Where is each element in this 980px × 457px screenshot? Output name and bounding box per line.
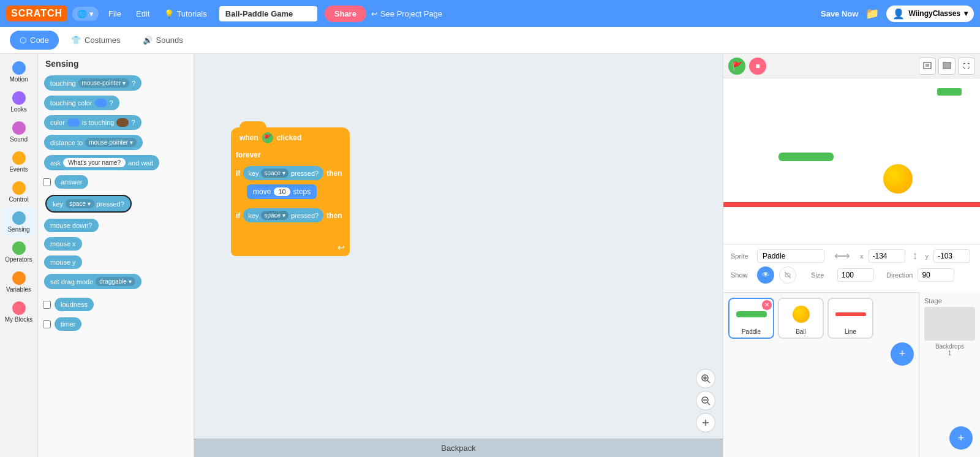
blocks-panel: Sensing touching mouse-pointer ▾ ? touch…: [38, 54, 194, 457]
svg-rect-12: [944, 63, 950, 68]
subnav: ⬡ Code 👕 Costumes 🔊 Sounds: [0, 27, 980, 54]
block-touching[interactable]: touching mouse-pointer ▾ ?: [43, 74, 189, 93]
show-button[interactable]: 👁: [757, 266, 774, 284]
mouse-y-block[interactable]: mouse y: [44, 255, 82, 269]
sidebar-item-sensing[interactable]: Sensing: [2, 208, 36, 236]
backpack-bar[interactable]: Backpack: [194, 439, 723, 457]
folder-icon[interactable]: 📁: [865, 7, 879, 20]
move-steps-value[interactable]: 10: [274, 187, 290, 196]
svg-line-1: [707, 380, 710, 383]
tab-code[interactable]: ⬡ Code: [10, 31, 59, 50]
edit-menu[interactable]: Edit: [131, 7, 154, 21]
move-block[interactable]: move 10 steps: [247, 184, 317, 199]
when-clicked-block[interactable]: when 🚩 clicked forever if key: [231, 127, 350, 256]
key-pressed-block[interactable]: key space ▾ pressed?: [45, 195, 132, 213]
zoom-in-button[interactable]: [696, 369, 715, 388]
large-stage-button[interactable]: [938, 58, 956, 75]
loudness-block[interactable]: loudness: [55, 298, 94, 311]
stage-canvas[interactable]: [723, 78, 980, 244]
forever-end: ↩: [231, 240, 350, 256]
block-touching-color[interactable]: touching color ?: [43, 94, 189, 112]
if-condition-1[interactable]: key space ▾ pressed?: [243, 166, 323, 180]
project-title-input[interactable]: [219, 6, 317, 21]
save-now-button[interactable]: Save Now: [821, 9, 858, 18]
mouse-x-block[interactable]: mouse x: [44, 237, 82, 251]
add-backdrop-button[interactable]: +: [949, 426, 973, 450]
distance-dropdown[interactable]: mouse-pointer ▾: [85, 138, 137, 147]
loudness-checkbox[interactable]: [43, 301, 51, 309]
green-flag-button[interactable]: 🚩: [728, 58, 745, 75]
touching-color-block[interactable]: touching color ?: [44, 96, 119, 110]
mouse-down-block[interactable]: mouse down?: [44, 219, 99, 232]
line-thumb-img: [835, 301, 866, 327]
globe-button[interactable]: 🌐 ▾: [72, 7, 99, 21]
y-coord-box[interactable]: -103: [933, 249, 970, 263]
operators-dot: [12, 241, 26, 255]
if-header-1: if key space ▾ pressed? then: [236, 164, 345, 182]
sidebar-item-variables[interactable]: Variables: [2, 268, 36, 296]
size-box[interactable]: 100: [837, 268, 874, 282]
svg-line-5: [707, 402, 710, 405]
tab-costumes[interactable]: 👕 Costumes: [61, 31, 130, 50]
small-stage-icon: [923, 62, 932, 70]
sidebar-item-looks[interactable]: Looks: [2, 88, 36, 116]
block-color-touching[interactable]: color is touching ?: [43, 113, 189, 132]
block-ask[interactable]: ask What's your name? and wait: [43, 153, 189, 172]
sprite-label: Sprite: [731, 252, 752, 260]
categories-sidebar: Motion Looks Sound Events Control Sensin…: [0, 54, 38, 457]
zoom-reset-button[interactable]: [696, 413, 715, 432]
touching-dropdown[interactable]: mouse-pointer ▾: [78, 78, 130, 88]
sidebar-item-control[interactable]: Control: [2, 178, 36, 206]
block-drag-mode[interactable]: set drag mode draggable ▾: [43, 272, 189, 291]
stage-thumbnail[interactable]: [924, 307, 975, 341]
timer-block[interactable]: timer: [55, 317, 81, 331]
sidebar-item-operators[interactable]: Operators: [2, 238, 36, 266]
sprite-thumb-ball[interactable]: Ball: [778, 298, 824, 339]
answer-checkbox[interactable]: [43, 178, 51, 186]
tab-sounds[interactable]: 🔊 Sounds: [133, 31, 193, 50]
sprite-name-input[interactable]: [757, 249, 824, 263]
block-mouse-x[interactable]: mouse x: [43, 235, 189, 252]
tutorials-button[interactable]: 💡 Tutorials: [159, 7, 211, 21]
if-condition-2[interactable]: key space ▾ pressed?: [243, 208, 323, 222]
stop-button[interactable]: ■: [749, 58, 766, 75]
sidebar-item-sound[interactable]: Sound: [2, 118, 36, 146]
fullscreen-button[interactable]: ⛶: [958, 58, 975, 75]
direction-box[interactable]: 90: [918, 268, 954, 282]
answer-block[interactable]: answer: [55, 175, 88, 189]
see-project-button[interactable]: ↩ See Project Page: [371, 9, 442, 18]
zoom-out-button[interactable]: [696, 391, 715, 410]
small-stage-button[interactable]: [919, 58, 936, 75]
sprite-props: Sprite ⟷ x -134 ↕ y -103 Show 👁: [723, 244, 980, 292]
drag-mode-dropdown[interactable]: draggable ▾: [96, 277, 135, 286]
color-touching-block[interactable]: color is touching ?: [44, 115, 141, 130]
size-value: 100: [842, 271, 854, 279]
timer-checkbox[interactable]: [43, 320, 51, 328]
key-dropdown-2[interactable]: space ▾: [261, 211, 288, 220]
scratch-logo[interactable]: SCRATCH: [6, 6, 67, 21]
paddle-delete-button[interactable]: ✕: [762, 300, 772, 310]
sprite-thumb-paddle[interactable]: ✕ Paddle: [728, 298, 774, 339]
key-dropdown[interactable]: space ▾: [66, 199, 94, 208]
sidebar-item-events[interactable]: Events: [2, 148, 36, 176]
code-canvas[interactable]: when 🚩 clicked forever if key: [194, 54, 723, 439]
add-sprite-button[interactable]: +: [891, 342, 914, 366]
block-mouse-down[interactable]: mouse down?: [43, 217, 189, 234]
file-menu[interactable]: File: [104, 7, 126, 21]
block-mouse-y[interactable]: mouse y: [43, 254, 189, 271]
sidebar-item-motion[interactable]: Motion: [2, 58, 36, 86]
user-avatar[interactable]: 👤 WiingyClasses ▾: [886, 6, 974, 22]
touching-block[interactable]: touching mouse-pointer ▾ ?: [44, 75, 141, 91]
hide-button[interactable]: [779, 266, 796, 284]
distance-block[interactable]: distance to mouse-pointer ▾: [44, 135, 143, 150]
x-coord-box[interactable]: -134: [869, 249, 905, 263]
block-distance-to[interactable]: distance to mouse-pointer ▾: [43, 133, 189, 152]
variables-label: Variables: [6, 286, 31, 293]
sidebar-item-myblocks[interactable]: My Blocks: [2, 298, 36, 327]
script-container[interactable]: when 🚩 clicked forever if key: [231, 127, 350, 256]
share-button[interactable]: Share: [325, 6, 366, 22]
ask-block[interactable]: ask What's your name? and wait: [44, 155, 159, 170]
drag-mode-block[interactable]: set drag mode draggable ▾: [44, 274, 141, 289]
sprite-thumb-line[interactable]: Line: [827, 298, 873, 339]
key-dropdown-1[interactable]: space ▾: [261, 168, 288, 178]
